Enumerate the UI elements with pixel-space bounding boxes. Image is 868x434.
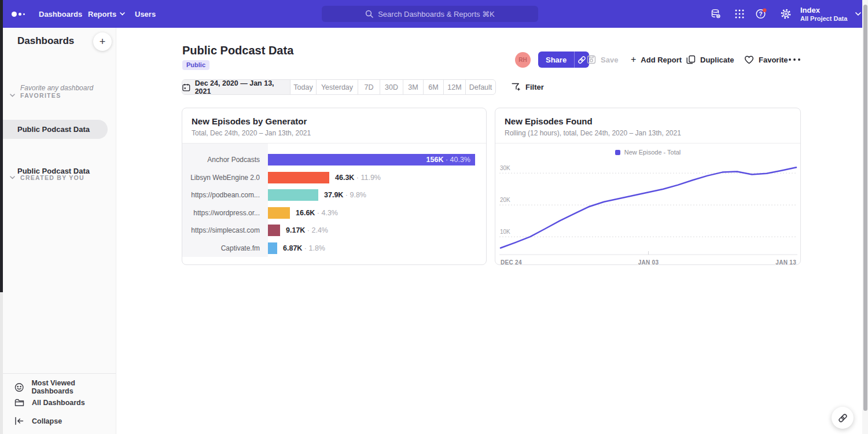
share-button-label[interactable]: Share xyxy=(538,52,574,68)
most-viewed-dashboards-button[interactable]: Most Viewed Dashboards xyxy=(14,379,116,395)
preset-6m[interactable]: 6M xyxy=(423,80,443,94)
share-button[interactable]: Share xyxy=(538,52,589,68)
legend-label: New Episode - Total xyxy=(624,149,681,156)
bar-row[interactable]: 6.87K · 1.8% xyxy=(268,240,325,258)
chevron-down-icon xyxy=(120,12,125,16)
preset-12m[interactable]: 12M xyxy=(443,80,465,94)
link-icon xyxy=(578,56,586,64)
preset-today-label: Today xyxy=(293,83,312,91)
floating-copy-link-button[interactable] xyxy=(832,407,854,429)
bar-row[interactable]: 46.3K · 11.9% xyxy=(268,169,381,187)
sidebar-footer: Most Viewed Dashboards All Dashboards Co… xyxy=(3,373,116,434)
preset-30d-label: 30D xyxy=(385,83,398,91)
filter-button[interactable]: Filter xyxy=(512,83,544,91)
bar-value-label: 37.9K · 9.8% xyxy=(324,191,366,199)
add-report-label: Add Report xyxy=(641,56,682,64)
sidebar-item-public-podcast-data-2[interactable]: Public Podcast Data xyxy=(3,161,108,181)
smiley-icon xyxy=(14,382,24,392)
bar-category-label: https://wordpress.or... xyxy=(182,204,268,222)
bar-segment[interactable] xyxy=(268,172,329,183)
bar-value-label: 6.87K · 1.8% xyxy=(283,244,325,252)
search-input[interactable]: Search Dashboards & Reports ⌘K xyxy=(322,6,538,22)
sidebar-item-label: Public Podcast Data xyxy=(17,125,90,134)
all-dashboards-label: All Dashboards xyxy=(32,399,85,407)
plus-icon: + xyxy=(100,36,106,48)
favorite-label: Favorite xyxy=(759,56,788,64)
bar-row[interactable]: 156K · 40.3% xyxy=(268,151,475,169)
card-header[interactable]: New Episodes by Generator Total, Dec 24t… xyxy=(182,108,486,144)
section-favorites[interactable]: FAVORITES xyxy=(10,92,61,99)
bar-segment[interactable] xyxy=(268,225,280,236)
bar-segment[interactable] xyxy=(268,189,318,201)
help-icon[interactable]: ? xyxy=(753,0,770,28)
avatar-initials: RH xyxy=(518,57,527,63)
save-button[interactable]: Save xyxy=(587,52,618,68)
nav-dashboards-label: Dashboards xyxy=(39,10,82,19)
bar-row[interactable]: 9.17K · 2.4% xyxy=(268,222,328,240)
settings-gear-icon[interactable] xyxy=(777,0,795,28)
preset-3m-label: 3M xyxy=(408,83,418,91)
filter-funnel-icon xyxy=(512,83,520,91)
nav-users[interactable]: Users xyxy=(135,0,156,28)
sidebar: Dashboards + FAVORITES Favorite any dash… xyxy=(3,28,116,434)
bar-segment[interactable]: 156K · 40.3% xyxy=(268,154,475,165)
line-chart-plot[interactable]: 10K20K30KDEC 24JAN 03JAN 13 xyxy=(499,158,797,268)
sidebar-item-label: Public Podcast Data xyxy=(17,167,90,175)
line-chart-title: New Episodes Found xyxy=(505,116,593,126)
bar-row[interactable]: 16.6K · 4.3% xyxy=(268,204,338,222)
bar-pct-label: · 2.4% xyxy=(305,226,328,234)
bar-value-label: 16.6K · 4.3% xyxy=(296,209,338,217)
bar-row[interactable]: 37.9K · 9.8% xyxy=(268,186,366,204)
avatar[interactable]: RH xyxy=(515,52,531,68)
line-series-new-episode-total[interactable] xyxy=(501,167,796,248)
y-tick-label: 30K xyxy=(500,165,510,171)
chevron-down-icon xyxy=(855,12,861,16)
collapse-sidebar-button[interactable]: Collapse xyxy=(14,417,62,425)
preset-yesterday-label: Yesterday xyxy=(321,83,353,91)
card-new-episodes-found: New Episodes Found Rolling (12 hours), t… xyxy=(495,108,801,265)
add-dashboard-button[interactable]: + xyxy=(93,32,112,51)
bar-segment[interactable] xyxy=(268,242,277,254)
preset-yesterday[interactable]: Yesterday xyxy=(316,80,358,94)
more-options-button[interactable] xyxy=(788,52,801,68)
preset-30d[interactable]: 30D xyxy=(380,80,403,94)
nav-reports[interactable]: Reports xyxy=(88,0,125,28)
favorite-button[interactable]: Favorite xyxy=(744,52,788,68)
x-tick-label: JAN 03 xyxy=(638,259,659,266)
favorites-empty-text: Favorite any dashboard xyxy=(20,84,93,92)
nav-dashboards[interactable]: Dashboards xyxy=(39,0,82,28)
heart-icon xyxy=(744,55,754,64)
filter-label: Filter xyxy=(525,83,544,91)
y-tick-label: 20K xyxy=(500,197,510,203)
collapse-icon xyxy=(14,417,24,425)
data-management-icon[interactable] xyxy=(707,0,724,28)
bar-chart-subtitle: Total, Dec 24th, 2020 – Jan 13th, 2021 xyxy=(192,129,311,137)
date-range-button[interactable]: Dec 24, 2020 — Jan 13, 2021 xyxy=(182,80,290,94)
bar-pct-label: · 4.3% xyxy=(315,209,338,217)
card-header[interactable]: New Episodes Found Rolling (12 hours), t… xyxy=(495,108,800,144)
section-favorites-label: FAVORITES xyxy=(20,92,61,99)
preset-default[interactable]: Default xyxy=(465,80,495,94)
preset-7d[interactable]: 7D xyxy=(358,80,380,94)
preset-today[interactable]: Today xyxy=(290,80,316,94)
scrollbar-thumb[interactable] xyxy=(863,5,867,411)
sidebar-item-public-podcast-data[interactable]: Public Podcast Data xyxy=(3,120,108,139)
duplicate-button[interactable]: Duplicate xyxy=(686,52,734,68)
bar-segment[interactable] xyxy=(268,207,290,219)
preset-6m-label: 6M xyxy=(428,83,438,91)
date-range-label: Dec 24, 2020 — Jan 13, 2021 xyxy=(195,79,290,95)
all-dashboards-button[interactable]: All Dashboards xyxy=(14,398,85,407)
bar-category-label: Libsyn WebEngine 2.0 xyxy=(182,169,268,187)
bar-value-label: 9.17K · 2.4% xyxy=(286,226,328,234)
project-switcher[interactable]: Index All Project Data xyxy=(800,0,861,28)
folder-icon xyxy=(14,398,24,407)
line-chart-legend[interactable]: New Episode - Total xyxy=(495,149,800,156)
bar-value-label: 46.3K · 11.9% xyxy=(335,174,381,182)
add-report-button[interactable]: + Add Report xyxy=(631,52,682,68)
preset-3m[interactable]: 3M xyxy=(403,80,423,94)
mixpanel-logo-icon[interactable] xyxy=(12,0,25,28)
line-chart-subtitle: Rolling (12 hours), total, Dec 24th, 202… xyxy=(505,129,681,137)
search-icon xyxy=(365,10,373,18)
apps-grid-icon[interactable] xyxy=(731,0,748,28)
duplicate-label: Duplicate xyxy=(700,56,734,64)
